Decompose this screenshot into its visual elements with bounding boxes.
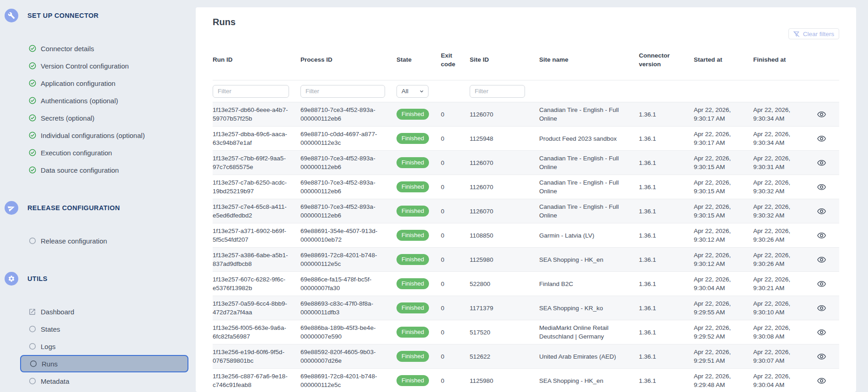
main-panel: Runs Clear filters Run ID Process ID Sta… [196,7,856,392]
table-row: 1f13e256-f005-663e-9a6a-6fc82fa56987 69e… [213,320,839,344]
sidebar-item-logs[interactable]: Logs [0,338,196,355]
sidebar-item-label: Release configuration [41,237,107,245]
sidebar-item-release-configuration[interactable]: Release configuration [0,232,196,249]
view-run-button[interactable] [814,252,829,267]
check-circle-icon [28,148,37,157]
column-header-process-id: Process ID [300,55,396,64]
process-id-cell: 69e886ce-fa15-478f-bc5f-00000007fa30 [300,272,396,296]
actions-cell [813,176,839,198]
exit-code-cell: 0 [441,131,470,146]
table-row: 1f13e257-607c-6282-9f6c-e5376f13982b 69e… [213,272,839,296]
sidebar-item-execution-config[interactable]: Execution configuration [0,144,196,161]
external-link-icon [28,307,37,316]
view-run-button[interactable] [814,131,829,146]
finished-at-cell: Apr 22, 2026, 9:30:08 AM [753,320,813,344]
connector-version-cell: 1.36.1 [639,252,694,267]
site-name-cell: United Arab Emirates (AED) [539,349,639,364]
sidebar-item-version-control[interactable]: Version Control configuration [0,57,196,74]
state-filter-select[interactable]: All [396,85,429,98]
state-cell: Finished [396,372,441,389]
sidebar-item-label: Connector details [41,45,94,53]
sidebar-item-authentications[interactable]: Authentications (optional) [0,92,196,109]
started-at-cell: Apr 22, 2026, 9:30:15 AM [694,199,753,223]
view-run-button[interactable] [814,228,829,243]
process-id-filter-input[interactable] [300,85,385,98]
state-cell: Finished [396,154,441,171]
site-id-cell: 1126070 [470,180,539,195]
eye-icon [817,255,826,265]
site-id-cell: 1125948 [470,131,539,146]
connector-version-cell: 1.36.1 [639,204,694,219]
sidebar-item-states[interactable]: States [0,320,196,338]
site-id-cell: 517520 [470,325,539,340]
connector-version-cell: 1.36.1 [639,180,694,195]
exit-code-cell: 0 [441,301,470,316]
sidebar-item-secrets[interactable]: Secrets (optional) [0,109,196,127]
sidebar-item-metadata[interactable]: Metadata [0,372,196,390]
view-run-button[interactable] [814,155,829,170]
finished-at-cell: Apr 22, 2026, 9:30:26 AM [753,248,813,271]
view-run-button[interactable] [814,373,829,388]
sidebar-item-individual-configs[interactable]: Individual configurations (optional) [0,127,196,144]
view-run-button[interactable] [814,203,829,219]
site-name-cell: SEA Shopping - KR_ko [539,301,639,316]
started-at-cell: Apr 22, 2026, 9:29:52 AM [694,320,753,344]
site-name-cell: SEA Shopping - HK_en [539,373,639,388]
eye-icon [817,231,826,240]
actions-cell [813,200,839,222]
sidebar-item-runs[interactable]: Runs [20,355,188,372]
radio-circle-icon [28,325,37,333]
status-badge: Finished [396,327,429,338]
sidebar-item-application-config[interactable]: Application configuration [0,74,196,92]
column-header-site-name: Site name [539,55,639,64]
state-cell: Finished [396,106,441,123]
sidebar-item-label: Runs [42,360,58,368]
connector-version-cell: 1.36.1 [639,131,694,146]
status-badge: Finished [396,133,429,144]
view-run-button[interactable] [814,324,829,340]
started-at-cell: Apr 22, 2026, 9:30:04 AM [694,272,753,296]
site-id-filter-input[interactable] [470,85,525,98]
finished-at-cell: Apr 22, 2026, 9:30:34 AM [753,102,813,126]
state-filter-value: All [402,88,408,95]
site-name-cell: Canadian Tire - English - Full Online [539,199,639,223]
sidebar-item-label: Data source configuration [41,166,119,174]
status-badge: Finished [396,206,429,217]
section-header-setup: SET UP CONNECTOR [0,6,196,25]
run-id-filter-input[interactable] [213,85,289,98]
section-header-release: RELEASE CONFIGURATION [0,199,196,217]
run-id-cell: 1f13e257-c7ab-6250-acdc-19bd25219b97 [213,175,300,199]
exit-code-cell: 0 [441,276,470,291]
filter-off-icon [793,30,800,38]
state-cell: Finished [396,299,441,317]
site-id-cell: 512622 [470,349,539,364]
view-run-button[interactable] [814,300,829,316]
table-row: 1f13e257-a386-6abe-a5b1-837ad9dfbcb8 69e… [213,248,839,272]
finished-at-cell: Apr 22, 2026, 9:30:04 AM [753,369,813,392]
table-row: 1f13e257-c7bb-69f2-9aa5-97c7c685575e 69e… [213,151,839,175]
actions-cell [813,370,839,392]
column-header-started-at: Started at [694,55,753,64]
clear-filters-button[interactable]: Clear filters [788,28,839,39]
actions-cell [813,249,839,270]
view-run-button[interactable] [814,349,829,364]
run-id-cell: 1f13e257-0a59-6cc4-8bb9-472d72a7f4aa [213,296,300,320]
exit-code-cell: 0 [441,373,470,388]
state-cell: Finished [396,323,441,341]
actions-cell [813,273,839,295]
check-circle-icon [28,114,37,122]
exit-code-cell: 0 [441,180,470,195]
page-title: Runs [213,16,839,28]
sidebar-item-dashboard[interactable]: Dashboard [0,303,196,320]
started-at-cell: Apr 22, 2026, 9:30:15 AM [694,151,753,175]
view-run-button[interactable] [814,276,829,291]
sidebar-item-data-source-config[interactable]: Data source configuration [0,161,196,179]
view-run-button[interactable] [814,106,829,122]
started-at-cell: Apr 22, 2026, 9:30:15 AM [694,175,753,199]
connector-version-cell: 1.36.1 [639,325,694,340]
sidebar-item-connector-details[interactable]: Connector details [0,40,196,57]
view-run-button[interactable] [814,179,829,195]
toolbar: Clear filters [213,28,839,39]
run-id-cell: 1f13e257-c7e4-65c8-a411-e5ed6dfedbd2 [213,199,300,223]
status-badge: Finished [396,351,429,362]
